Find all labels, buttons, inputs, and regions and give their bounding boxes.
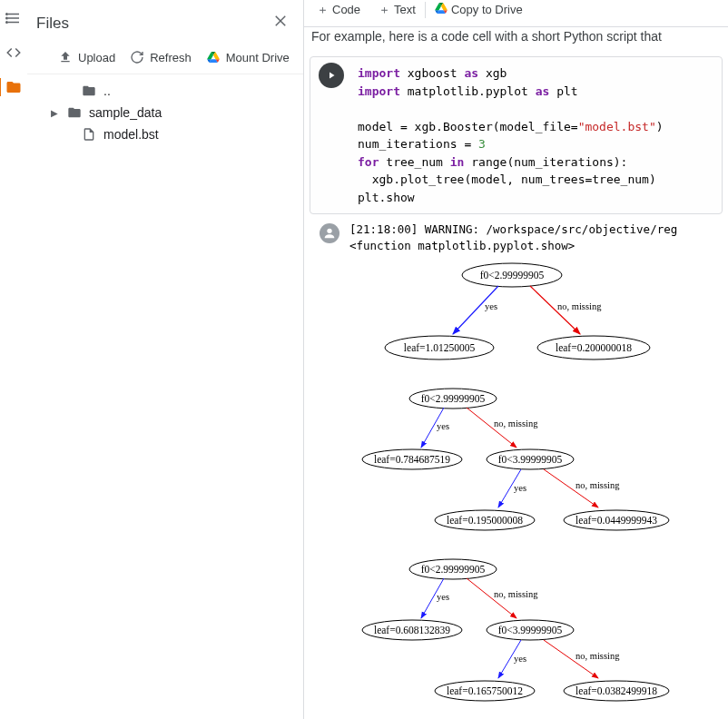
- files-title: Files: [36, 15, 69, 33]
- svg-text:no, missing: no, missing: [494, 589, 538, 599]
- cell-output: [21:18:00] WARNING: /workspace/src/objec…: [304, 214, 728, 257]
- btn-label: Copy to Drive: [451, 3, 523, 16]
- cell-gutter: [310, 57, 352, 213]
- output-figures: f0<2.99999905 yes no, missing leaf=1.012…: [304, 257, 728, 719]
- mount-label: Mount Drive: [226, 51, 290, 64]
- svg-point-5: [6, 22, 8, 24]
- add-code-button[interactable]: ＋ Code: [308, 2, 369, 18]
- files-icon[interactable]: [0, 78, 26, 96]
- mount-drive-button[interactable]: Mount Drive: [206, 50, 290, 64]
- tree-label: ..: [103, 84, 111, 98]
- files-toolbar: Upload Refresh Mount Drive: [27, 43, 303, 74]
- svg-text:leaf=1.01250005: leaf=1.01250005: [404, 342, 476, 353]
- btn-label: Text: [394, 3, 416, 16]
- svg-text:no, missing: no, missing: [557, 301, 602, 311]
- output-text: [21:18:00] WARNING: /workspace/src/objec…: [349, 222, 677, 253]
- tree-parent-dir[interactable]: ..: [38, 80, 303, 102]
- svg-text:f0<2.99999905: f0<2.99999905: [480, 270, 545, 281]
- close-icon[interactable]: [269, 9, 292, 37]
- xgb-tree-1: f0<2.99999905 yes no, missing leaf=1.012…: [344, 257, 671, 375]
- refresh-label: Refresh: [150, 51, 192, 64]
- svg-point-3: [6, 14, 8, 15]
- svg-text:leaf=0.200000018: leaf=0.200000018: [556, 342, 632, 353]
- notebook-body[interactable]: For example, here is a code cell with a …: [304, 27, 728, 719]
- folder-icon: [67, 105, 82, 120]
- code-editor[interactable]: import xgboost as xgb import matplotlib.…: [352, 57, 669, 213]
- xgb-tree-2: f0<2.99999905 yes no, missing leaf=0.784…: [344, 382, 689, 546]
- truncated-markdown: For example, here is a code cell with a …: [304, 27, 728, 53]
- svg-text:no, missing: no, missing: [576, 480, 620, 490]
- upload-button[interactable]: Upload: [58, 50, 115, 64]
- svg-text:yes: yes: [437, 421, 449, 431]
- tree-sample-data[interactable]: ▶ sample_data: [38, 102, 303, 123]
- plus-icon: ＋: [317, 2, 329, 18]
- svg-text:f0<2.99999905: f0<2.99999905: [421, 564, 486, 575]
- svg-text:no, missing: no, missing: [576, 651, 620, 661]
- notebook-toolbar: ＋ Code ＋ Text Copy to Drive: [304, 0, 728, 27]
- refresh-button[interactable]: Refresh: [130, 50, 192, 64]
- upload-icon: [58, 50, 73, 64]
- svg-point-4: [6, 17, 8, 19]
- chevron-right-icon[interactable]: ▶: [49, 108, 60, 118]
- copy-to-drive-button[interactable]: Copy to Drive: [426, 3, 532, 16]
- plus-icon: ＋: [379, 2, 390, 18]
- folder-icon: [82, 84, 96, 98]
- drive-icon: [435, 3, 448, 16]
- code-cell[interactable]: import xgboost as xgb import matplotlib.…: [310, 56, 723, 214]
- code-snippets-icon[interactable]: [5, 44, 23, 62]
- refresh-icon: [130, 50, 144, 64]
- add-text-button[interactable]: ＋ Text: [369, 2, 425, 18]
- svg-text:leaf=0.165750012: leaf=0.165750012: [447, 685, 523, 696]
- file-tree: .. ▶ sample_data model.bst: [27, 74, 303, 145]
- tree-label: sample_data: [89, 105, 162, 120]
- svg-text:yes: yes: [485, 301, 497, 311]
- svg-text:f0<3.99999905: f0<3.99999905: [498, 625, 563, 635]
- notebook-area: ＋ Code ＋ Text Copy to Drive For example,…: [304, 0, 728, 719]
- svg-point-8: [327, 229, 331, 233]
- svg-text:yes: yes: [437, 592, 449, 602]
- app-root: Files Upload Refresh: [0, 0, 728, 719]
- tree-label: model.bst: [103, 127, 159, 142]
- svg-text:f0<2.99999905: f0<2.99999905: [421, 393, 486, 404]
- user-avatar-icon: [320, 223, 339, 243]
- svg-text:no, missing: no, missing: [494, 419, 538, 428]
- svg-text:yes: yes: [514, 483, 526, 493]
- toc-icon[interactable]: [5, 9, 23, 27]
- btn-label: Code: [332, 3, 360, 16]
- drive-icon: [206, 50, 221, 64]
- xgb-tree-3: f0<2.99999905 yes no, missing leaf=0.608…: [344, 553, 689, 716]
- svg-text:leaf=0.195000008: leaf=0.195000008: [447, 515, 523, 526]
- svg-text:leaf=0.0382499918: leaf=0.0382499918: [576, 685, 657, 696]
- output-gutter: [310, 222, 349, 253]
- run-button[interactable]: [319, 63, 344, 88]
- svg-text:leaf=0.608132839: leaf=0.608132839: [374, 625, 450, 635]
- svg-text:leaf=0.784687519: leaf=0.784687519: [374, 454, 450, 465]
- svg-text:f0<3.99999905: f0<3.99999905: [498, 454, 563, 465]
- tree-model-file[interactable]: model.bst: [38, 123, 303, 145]
- files-panel: Files Upload Refresh: [27, 0, 304, 719]
- svg-text:yes: yes: [514, 654, 526, 664]
- file-icon: [82, 127, 96, 142]
- left-rail: [0, 0, 27, 719]
- svg-text:leaf=0.0449999943: leaf=0.0449999943: [576, 515, 657, 526]
- upload-label: Upload: [78, 51, 115, 64]
- files-header: Files: [27, 0, 303, 43]
